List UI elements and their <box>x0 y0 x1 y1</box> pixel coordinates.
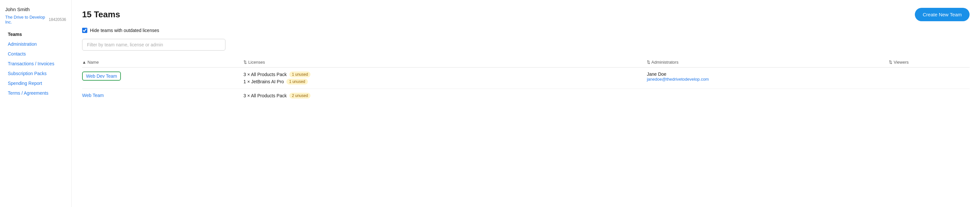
table-body: Web Dev Team3 × All Products Pack1 unuse… <box>82 67 970 103</box>
col-name-header[interactable]: ▲ Name <box>82 57 243 67</box>
sidebar-item-spending-report[interactable]: Spending Report <box>5 79 66 88</box>
sidebar-item-terms-agreements[interactable]: Terms / Agreements <box>5 88 66 98</box>
col-licenses-header[interactable]: ⇅ Licenses <box>243 57 647 67</box>
create-new-team-button[interactable]: Create New Team <box>915 8 970 21</box>
user-name: John Smith <box>5 6 66 12</box>
table-cell-viewers <box>889 89 970 103</box>
unused-badge: 1 unused <box>289 72 310 77</box>
filter-input[interactable] <box>82 39 226 51</box>
hide-outdated-label: Hide teams with outdated licenses <box>90 28 159 33</box>
org-id: 18420536 <box>49 17 66 22</box>
unused-badge: 1 unused <box>286 79 307 85</box>
col-name-label: ▲ Name <box>82 60 99 65</box>
main-header: 15 Teams Create New Team <box>82 8 970 21</box>
license-row: 3 × All Products Pack1 unused <box>243 72 643 77</box>
sidebar-item-subscription-packs[interactable]: Subscription Packs <box>5 69 66 78</box>
table-header: ▲ Name ⇅ Licenses ⇅ Administrators ⇅ Vie… <box>82 57 970 67</box>
sidebar-item-teams[interactable]: Teams <box>5 30 66 39</box>
col-viewers-header[interactable]: ⇅ Viewers <box>889 57 970 67</box>
license-text: 3 × All Products Pack <box>243 72 287 77</box>
table-cell-viewers <box>889 67 970 89</box>
license-text: 1 × JetBrains AI Pro <box>243 79 284 84</box>
table-cell-name: Web Dev Team <box>82 67 243 89</box>
table-cell-licenses: 3 × All Products Pack1 unused1 × JetBrai… <box>243 67 647 89</box>
page-title: 15 Teams <box>82 10 120 19</box>
sidebar: John Smith The Drive to Develop Inc. 184… <box>0 0 72 207</box>
table-cell-admins: Jane Doejanedoe@thedrivetodevelop.com <box>647 67 889 89</box>
org-name[interactable]: The Drive to Develop Inc. <box>5 15 47 24</box>
table-header-row: ▲ Name ⇅ Licenses ⇅ Administrators ⇅ Vie… <box>82 57 970 67</box>
org-row: The Drive to Develop Inc. 18420536 <box>5 15 66 24</box>
col-admins-label: ⇅ Administrators <box>647 60 678 65</box>
main-content: 15 Teams Create New Team Hide teams with… <box>72 0 980 207</box>
col-licenses-label: ⇅ Licenses <box>243 60 265 65</box>
hide-outdated-row: Hide teams with outdated licenses <box>82 28 970 33</box>
license-row: 3 × All Products Pack2 unused <box>243 93 643 99</box>
hide-outdated-checkbox[interactable] <box>82 28 88 33</box>
team-name-link[interactable]: Web Team <box>82 93 103 98</box>
teams-table: ▲ Name ⇅ Licenses ⇅ Administrators ⇅ Vie… <box>82 57 970 103</box>
admin-name: Jane Doe <box>647 72 885 77</box>
table-cell-admins <box>647 89 889 103</box>
license-row: 1 × JetBrains AI Pro1 unused <box>243 79 643 85</box>
sidebar-nav: TeamsAdministrationContactsTransactions … <box>5 30 66 98</box>
sidebar-item-administration[interactable]: Administration <box>5 40 66 49</box>
admin-email[interactable]: janedoe@thedrivetodevelop.com <box>647 77 885 82</box>
license-text: 3 × All Products Pack <box>243 93 287 98</box>
col-admins-header[interactable]: ⇅ Administrators <box>647 57 889 67</box>
table-cell-licenses: 3 × All Products Pack2 unused <box>243 89 647 103</box>
col-viewers-label: ⇅ Viewers <box>889 60 908 65</box>
table-row: Web Team3 × All Products Pack2 unused <box>82 89 970 103</box>
sidebar-item-contacts[interactable]: Contacts <box>5 49 66 58</box>
team-name-selected[interactable]: Web Dev Team <box>82 72 121 81</box>
table-cell-name: Web Team <box>82 89 243 103</box>
sidebar-item-transactions-invoices[interactable]: Transactions / Invoices <box>5 59 66 68</box>
table-row: Web Dev Team3 × All Products Pack1 unuse… <box>82 67 970 89</box>
unused-badge: 2 unused <box>289 93 310 99</box>
